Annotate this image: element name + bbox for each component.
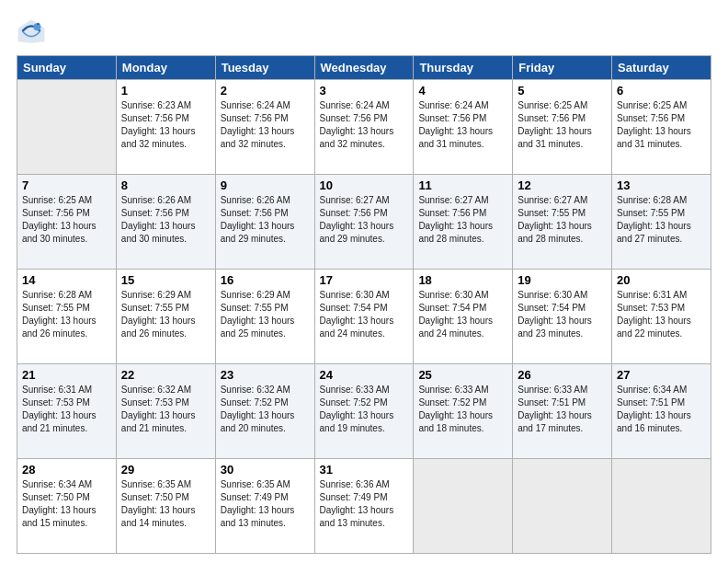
calendar-cell: 11Sunrise: 6:27 AM Sunset: 7:56 PM Dayli… <box>414 175 513 270</box>
calendar-cell: 20Sunrise: 6:31 AM Sunset: 7:53 PM Dayli… <box>612 270 711 364</box>
day-number: 19 <box>518 273 607 287</box>
calendar-cell: 19Sunrise: 6:30 AM Sunset: 7:54 PM Dayli… <box>513 270 612 364</box>
day-number: 22 <box>121 368 210 382</box>
day-number: 10 <box>320 178 409 192</box>
day-info: Sunrise: 6:24 AM Sunset: 7:56 PM Dayligh… <box>418 99 507 151</box>
calendar-cell: 30Sunrise: 6:35 AM Sunset: 7:49 PM Dayli… <box>215 459 314 554</box>
calendar-cell: 10Sunrise: 6:27 AM Sunset: 7:56 PM Dayli… <box>314 175 414 270</box>
calendar-cell: 31Sunrise: 6:36 AM Sunset: 7:49 PM Dayli… <box>314 459 414 554</box>
logo <box>17 17 50 46</box>
day-info: Sunrise: 6:28 AM Sunset: 7:55 PM Dayligh… <box>617 194 706 246</box>
day-number: 29 <box>121 463 210 477</box>
day-number: 9 <box>221 178 310 192</box>
calendar-cell: 13Sunrise: 6:28 AM Sunset: 7:55 PM Dayli… <box>612 175 711 270</box>
day-info: Sunrise: 6:33 AM Sunset: 7:51 PM Dayligh… <box>518 384 607 435</box>
column-header-tuesday: Tuesday <box>215 56 314 80</box>
day-info: Sunrise: 6:26 AM Sunset: 7:56 PM Dayligh… <box>221 194 310 246</box>
day-number: 20 <box>617 273 706 287</box>
day-info: Sunrise: 6:24 AM Sunset: 7:56 PM Dayligh… <box>320 99 409 151</box>
day-info: Sunrise: 6:33 AM Sunset: 7:52 PM Dayligh… <box>418 384 507 435</box>
day-info: Sunrise: 6:33 AM Sunset: 7:52 PM Dayligh… <box>320 384 409 435</box>
calendar-cell: 24Sunrise: 6:33 AM Sunset: 7:52 PM Dayli… <box>314 364 414 459</box>
day-info: Sunrise: 6:27 AM Sunset: 7:55 PM Dayligh… <box>518 194 607 246</box>
calendar-cell: 17Sunrise: 6:30 AM Sunset: 7:54 PM Dayli… <box>314 270 414 364</box>
day-number: 30 <box>221 463 310 477</box>
calendar-cell: 26Sunrise: 6:33 AM Sunset: 7:51 PM Dayli… <box>513 364 612 459</box>
column-header-wednesday: Wednesday <box>314 56 414 80</box>
calendar-cell: 15Sunrise: 6:29 AM Sunset: 7:55 PM Dayli… <box>116 270 215 364</box>
header <box>17 17 711 46</box>
day-info: Sunrise: 6:27 AM Sunset: 7:56 PM Dayligh… <box>418 194 507 246</box>
column-header-saturday: Saturday <box>612 56 711 80</box>
calendar-cell <box>612 459 711 554</box>
logo-icon <box>17 17 46 46</box>
day-info: Sunrise: 6:32 AM Sunset: 7:52 PM Dayligh… <box>221 384 310 435</box>
calendar-cell: 22Sunrise: 6:32 AM Sunset: 7:53 PM Dayli… <box>116 364 215 459</box>
calendar-cell: 21Sunrise: 6:31 AM Sunset: 7:53 PM Dayli… <box>17 364 117 459</box>
calendar-cell: 14Sunrise: 6:28 AM Sunset: 7:55 PM Dayli… <box>17 270 117 364</box>
day-number: 24 <box>320 368 409 382</box>
day-info: Sunrise: 6:25 AM Sunset: 7:56 PM Dayligh… <box>22 194 111 246</box>
day-info: Sunrise: 6:35 AM Sunset: 7:50 PM Dayligh… <box>121 478 210 530</box>
week-row-4: 21Sunrise: 6:31 AM Sunset: 7:53 PM Dayli… <box>17 364 711 459</box>
day-info: Sunrise: 6:34 AM Sunset: 7:51 PM Dayligh… <box>617 384 706 435</box>
day-info: Sunrise: 6:24 AM Sunset: 7:56 PM Dayligh… <box>221 99 310 151</box>
day-info: Sunrise: 6:27 AM Sunset: 7:56 PM Dayligh… <box>320 194 409 246</box>
day-number: 8 <box>121 178 210 192</box>
calendar-cell: 4Sunrise: 6:24 AM Sunset: 7:56 PM Daylig… <box>414 80 513 175</box>
day-number: 7 <box>22 178 111 192</box>
day-number: 18 <box>418 273 507 287</box>
day-number: 21 <box>22 368 111 382</box>
day-info: Sunrise: 6:28 AM Sunset: 7:55 PM Dayligh… <box>22 289 111 340</box>
calendar-cell: 3Sunrise: 6:24 AM Sunset: 7:56 PM Daylig… <box>314 80 414 175</box>
page: SundayMondayTuesdayWednesdayThursdayFrid… <box>0 0 728 563</box>
day-number: 5 <box>518 84 607 98</box>
calendar-cell: 23Sunrise: 6:32 AM Sunset: 7:52 PM Dayli… <box>215 364 314 459</box>
day-number: 26 <box>518 368 607 382</box>
calendar-cell: 12Sunrise: 6:27 AM Sunset: 7:55 PM Dayli… <box>513 175 612 270</box>
calendar-cell: 2Sunrise: 6:24 AM Sunset: 7:56 PM Daylig… <box>215 80 314 175</box>
calendar-cell: 25Sunrise: 6:33 AM Sunset: 7:52 PM Dayli… <box>414 364 513 459</box>
calendar-cell <box>513 459 612 554</box>
day-number: 11 <box>418 178 507 192</box>
day-info: Sunrise: 6:31 AM Sunset: 7:53 PM Dayligh… <box>617 289 706 340</box>
week-row-2: 7Sunrise: 6:25 AM Sunset: 7:56 PM Daylig… <box>17 175 711 270</box>
calendar-cell <box>17 80 117 175</box>
header-row: SundayMondayTuesdayWednesdayThursdayFrid… <box>17 56 711 80</box>
day-number: 25 <box>418 368 507 382</box>
calendar-cell: 9Sunrise: 6:26 AM Sunset: 7:56 PM Daylig… <box>215 175 314 270</box>
day-number: 14 <box>22 273 111 287</box>
day-info: Sunrise: 6:34 AM Sunset: 7:50 PM Dayligh… <box>22 478 111 530</box>
day-number: 13 <box>617 178 706 192</box>
day-info: Sunrise: 6:29 AM Sunset: 7:55 PM Dayligh… <box>221 289 310 340</box>
day-info: Sunrise: 6:35 AM Sunset: 7:49 PM Dayligh… <box>221 478 310 530</box>
calendar-cell: 16Sunrise: 6:29 AM Sunset: 7:55 PM Dayli… <box>215 270 314 364</box>
day-number: 12 <box>518 178 607 192</box>
column-header-friday: Friday <box>513 56 612 80</box>
day-number: 23 <box>221 368 310 382</box>
day-info: Sunrise: 6:23 AM Sunset: 7:56 PM Dayligh… <box>121 99 210 151</box>
day-info: Sunrise: 6:30 AM Sunset: 7:54 PM Dayligh… <box>320 289 409 340</box>
calendar-cell: 8Sunrise: 6:26 AM Sunset: 7:56 PM Daylig… <box>116 175 215 270</box>
day-number: 28 <box>22 463 111 477</box>
day-number: 27 <box>617 368 706 382</box>
day-number: 4 <box>418 84 507 98</box>
column-header-sunday: Sunday <box>17 56 117 80</box>
week-row-5: 28Sunrise: 6:34 AM Sunset: 7:50 PM Dayli… <box>17 459 711 554</box>
week-row-1: 1Sunrise: 6:23 AM Sunset: 7:56 PM Daylig… <box>17 80 711 175</box>
day-number: 31 <box>320 463 409 477</box>
day-number: 15 <box>121 273 210 287</box>
calendar-cell: 5Sunrise: 6:25 AM Sunset: 7:56 PM Daylig… <box>513 80 612 175</box>
day-info: Sunrise: 6:30 AM Sunset: 7:54 PM Dayligh… <box>518 289 607 340</box>
day-info: Sunrise: 6:25 AM Sunset: 7:56 PM Dayligh… <box>518 99 607 151</box>
column-header-thursday: Thursday <box>414 56 513 80</box>
day-number: 16 <box>221 273 310 287</box>
calendar-cell: 7Sunrise: 6:25 AM Sunset: 7:56 PM Daylig… <box>17 175 117 270</box>
day-info: Sunrise: 6:36 AM Sunset: 7:49 PM Dayligh… <box>320 478 409 530</box>
day-info: Sunrise: 6:32 AM Sunset: 7:53 PM Dayligh… <box>121 384 210 435</box>
day-info: Sunrise: 6:30 AM Sunset: 7:54 PM Dayligh… <box>418 289 507 340</box>
column-header-monday: Monday <box>116 56 215 80</box>
day-number: 17 <box>320 273 409 287</box>
day-info: Sunrise: 6:25 AM Sunset: 7:56 PM Dayligh… <box>617 99 706 151</box>
day-info: Sunrise: 6:26 AM Sunset: 7:56 PM Dayligh… <box>121 194 210 246</box>
